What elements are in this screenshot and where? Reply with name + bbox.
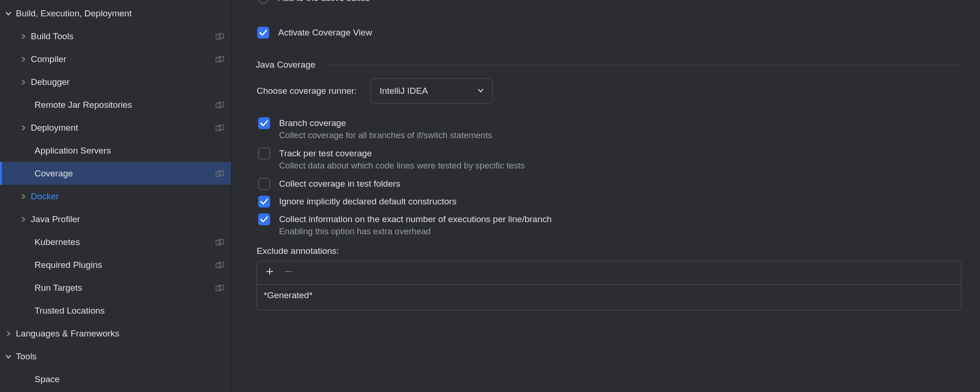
- checkbox-icon: [257, 194, 272, 209]
- sidebar-item-build-execution-deployment[interactable]: Build, Execution, Deployment: [0, 2, 231, 25]
- project-scope-icon: [215, 260, 224, 270]
- sidebar-item-application-servers[interactable]: Application Servers: [0, 139, 231, 162]
- radio-icon: [256, 0, 271, 6]
- sidebar-item-kubernetes[interactable]: Kubernetes: [0, 231, 231, 253]
- checkbox-label: Ignore implicitly declared default const…: [279, 195, 456, 209]
- checkbox-collect-exec-count[interactable]: Collect information on the exact number …: [257, 210, 961, 228]
- checkbox-icon: [256, 25, 271, 40]
- coverage-runner-label: Choose coverage runner:: [257, 86, 357, 96]
- project-scope-icon: [215, 169, 224, 178]
- sidebar-item-coverage[interactable]: Coverage: [0, 162, 231, 185]
- sidebar-item-build-tools[interactable]: Build Tools: [0, 25, 231, 48]
- exclude-toolbar: [257, 261, 961, 285]
- chevron-right-icon: [5, 330, 12, 337]
- project-scope-icon: [215, 100, 224, 110]
- radio-label: Add to the active suites: [278, 0, 370, 5]
- sidebar-item-label: Run Targets: [35, 283, 211, 293]
- sidebar-item-label: Docker: [31, 191, 224, 202]
- checkbox-description: Enabling this option has extra overhead: [279, 226, 961, 238]
- settings-panel: Add to the active suites Activate Covera…: [231, 0, 980, 392]
- checkbox-activate-coverage-view[interactable]: Activate Coverage View: [256, 21, 961, 44]
- sidebar-item-languages-frameworks[interactable]: Languages & Frameworks: [0, 322, 231, 345]
- chevron-down-icon: [5, 10, 12, 17]
- svg-point-16: [258, 0, 268, 3]
- svg-rect-22: [259, 214, 270, 225]
- radio-add-to-active-suites[interactable]: Add to the active suites: [256, 0, 961, 9]
- sidebar-item-docker[interactable]: Docker: [0, 185, 231, 208]
- chevron-right-icon: [20, 78, 27, 86]
- checkbox-label: Activate Coverage View: [278, 26, 372, 40]
- chevron-right-icon: [20, 33, 27, 40]
- checkbox-branch-coverage[interactable]: Branch coverage: [257, 114, 961, 132]
- remove-button[interactable]: [281, 266, 295, 280]
- checkbox-icon: [257, 212, 272, 227]
- checkbox-icon: [257, 116, 272, 131]
- checkbox-description: Collect coverage for all branches of if/…: [279, 130, 961, 141]
- checkbox-track-per-test[interactable]: Track per test coverage: [257, 144, 961, 162]
- svg-rect-18: [259, 118, 270, 129]
- checkbox-label: Collect coverage in test folders: [279, 177, 400, 191]
- chevron-down-icon: [477, 86, 484, 96]
- coverage-runner-select[interactable]: IntelliJ IDEA: [371, 78, 493, 104]
- sidebar-item-label: Coverage: [35, 168, 211, 179]
- select-value: IntelliJ IDEA: [379, 86, 427, 96]
- sidebar-item-label: Languages & Frameworks: [16, 329, 224, 339]
- sidebar-item-label: Application Servers: [35, 146, 224, 156]
- checkbox-label: Branch coverage: [279, 117, 346, 130]
- sidebar-item-remote-jar[interactable]: Remote Jar Repositories: [0, 93, 231, 116]
- checkbox-description: Collect data about which code lines were…: [279, 160, 961, 172]
- project-scope-icon: [215, 283, 224, 293]
- divider: [326, 65, 961, 65]
- checkbox-label: Collect information on the exact number …: [279, 213, 552, 226]
- sidebar-item-label: Tools: [16, 351, 224, 362]
- sidebar-item-label: Required Plugins: [35, 260, 211, 270]
- sidebar-item-label: Space: [35, 374, 224, 385]
- chevron-right-icon: [20, 216, 27, 223]
- sidebar-item-label: Debugger: [31, 77, 224, 87]
- svg-rect-21: [259, 196, 270, 207]
- sidebar-item-label: Kubernetes: [35, 237, 211, 247]
- chevron-down-icon: [5, 353, 12, 360]
- project-scope-icon: [215, 123, 224, 133]
- settings-tree: Build, Execution, Deployment Build Tools…: [0, 0, 231, 392]
- checkbox-label: Track per test coverage: [279, 147, 372, 161]
- sidebar-item-java-profiler[interactable]: Java Profiler: [0, 208, 231, 231]
- project-scope-icon: [215, 55, 224, 64]
- sidebar-item-trusted-locations[interactable]: Trusted Locations: [0, 299, 231, 322]
- exclude-annotations-list: *Generated*: [257, 261, 961, 310]
- section-java-coverage: Java Coverage: [256, 60, 961, 70]
- svg-rect-17: [258, 27, 269, 38]
- project-scope-icon: [215, 238, 224, 247]
- chevron-right-icon: [20, 124, 27, 132]
- list-item[interactable]: *Generated*: [264, 290, 954, 301]
- chevron-right-icon: [20, 193, 27, 200]
- plus-icon: [265, 267, 274, 279]
- sidebar-item-required-plugins[interactable]: Required Plugins: [0, 253, 231, 276]
- exclude-annotations-label: Exclude annotations:: [257, 246, 961, 256]
- coverage-runner-row: Choose coverage runner: IntelliJ IDEA: [256, 78, 961, 104]
- sidebar-item-space[interactable]: Space: [0, 368, 231, 391]
- sidebar-item-label: Deployment: [31, 123, 211, 133]
- checkbox-ignore-default-ctor[interactable]: Ignore implicitly declared default const…: [257, 192, 961, 210]
- sidebar-item-debugger[interactable]: Debugger: [0, 70, 231, 93]
- chevron-right-icon: [20, 56, 27, 63]
- checkbox-icon: [257, 176, 272, 191]
- minus-icon: [284, 267, 293, 279]
- add-button[interactable]: [263, 266, 277, 280]
- svg-rect-19: [259, 148, 270, 159]
- sidebar-item-label: Trusted Locations: [35, 306, 224, 316]
- sidebar-item-label: Remote Jar Repositories: [35, 100, 211, 110]
- sidebar-item-deployment[interactable]: Deployment: [0, 116, 231, 139]
- sidebar-item-label: Build, Execution, Deployment: [16, 8, 224, 19]
- checkbox-icon: [257, 146, 272, 161]
- checkbox-collect-test-folders[interactable]: Collect coverage in test folders: [257, 175, 961, 192]
- sidebar-item-label: Build Tools: [31, 31, 211, 42]
- svg-rect-20: [259, 178, 270, 189]
- sidebar-item-run-targets[interactable]: Run Targets: [0, 276, 231, 299]
- section-title: Java Coverage: [256, 60, 315, 70]
- sidebar-item-label: Compiler: [31, 54, 211, 64]
- project-scope-icon: [215, 32, 224, 41]
- sidebar-item-tools[interactable]: Tools: [0, 345, 231, 368]
- sidebar-item-label: Java Profiler: [31, 214, 224, 224]
- sidebar-item-compiler[interactable]: Compiler: [0, 48, 231, 70]
